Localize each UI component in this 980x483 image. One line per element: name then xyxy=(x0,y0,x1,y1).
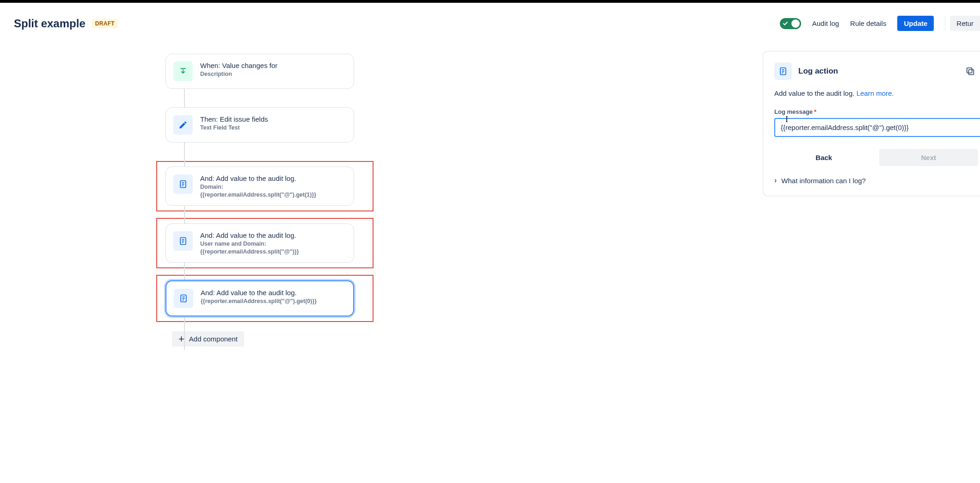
log-icon xyxy=(774,62,792,80)
rule-node-log-2[interactable]: And: Add value to the audit log. User na… xyxy=(165,223,354,263)
log-message-input[interactable] xyxy=(774,118,980,137)
back-button[interactable]: Back xyxy=(774,149,874,166)
toggle-knob xyxy=(791,19,800,28)
panel-button-row: Back Next xyxy=(774,149,980,166)
node-title: And: Add value to the audit log. xyxy=(201,289,317,297)
node-subtitle: Text Field Test xyxy=(200,124,268,131)
panel-description: Add value to the audit log. Learn more. xyxy=(774,89,980,97)
node-title: Then: Edit issue fields xyxy=(200,115,268,123)
node-subtitle: Domain: xyxy=(200,184,316,190)
log-message-label: Log message* xyxy=(774,108,980,115)
node-subtitle-2: {{reporter.emailAddress.split("@")}} xyxy=(200,248,299,255)
rule-node-trigger[interactable]: When: Value changes for Description xyxy=(165,54,354,89)
next-button: Next xyxy=(879,149,979,166)
page-header: Split example DRAFT Audit log Rule detai… xyxy=(0,3,980,44)
status-badge: DRAFT xyxy=(92,19,118,28)
page-root: Split example DRAFT Audit log Rule detai… xyxy=(0,3,980,483)
info-expander[interactable]: › What information can I log? xyxy=(774,176,980,185)
node-subtitle: {{reporter.emailAddress.split("@").get(0… xyxy=(201,298,317,304)
node-title: And: Add value to the audit log. xyxy=(200,174,316,182)
header-left: Split example DRAFT xyxy=(14,17,118,30)
annotation-highlight: And: Add value to the audit log. {{repor… xyxy=(156,275,374,322)
rule-node-log-1[interactable]: And: Add value to the audit log. Domain:… xyxy=(165,167,354,206)
log-icon xyxy=(174,289,193,308)
return-button[interactable]: Retur xyxy=(950,16,980,31)
header-right: Audit log Rule details Update Retur xyxy=(780,16,980,31)
check-icon xyxy=(783,21,788,26)
rule-enabled-toggle[interactable] xyxy=(780,18,801,29)
expander-label: What information can I log? xyxy=(781,177,866,185)
annotation-highlight: And: Add value to the audit log. User na… xyxy=(156,218,374,268)
connector-line xyxy=(184,317,185,350)
update-button[interactable]: Update xyxy=(897,16,934,31)
log-icon xyxy=(173,231,193,251)
node-subtitle: User name and Domain: xyxy=(200,241,299,247)
learn-more-link[interactable]: Learn more. xyxy=(857,89,894,97)
rule-title: Split example xyxy=(14,17,86,30)
trigger-icon xyxy=(173,62,193,81)
audit-log-link[interactable]: Audit log xyxy=(812,19,839,27)
panel-title: Log action xyxy=(798,67,838,76)
log-icon xyxy=(173,174,193,194)
node-title: When: Value changes for xyxy=(200,62,277,69)
annotation-highlight: And: Add value to the audit log. Domain:… xyxy=(156,161,374,211)
add-component-label: Add component xyxy=(189,335,238,343)
edit-icon xyxy=(173,115,193,135)
rule-node-edit-issue[interactable]: Then: Edit issue fields Text Field Test xyxy=(165,107,354,142)
panel-header: Log action xyxy=(774,62,980,80)
header-separator xyxy=(945,17,945,31)
svg-rect-0 xyxy=(180,68,186,69)
rule-details-link[interactable]: Rule details xyxy=(850,19,886,27)
add-component-button[interactable]: + Add component xyxy=(172,331,244,347)
duplicate-icon[interactable] xyxy=(965,66,978,76)
rule-canvas: When: Value changes for Description Then… xyxy=(165,54,360,347)
node-title: And: Add value to the audit log. xyxy=(200,231,299,239)
required-asterisk: * xyxy=(814,108,816,115)
details-panel: Log action Add value to the audit log. L… xyxy=(763,51,980,196)
node-subtitle-2: {{reporter.emailAddress.split("@").get(1… xyxy=(200,192,316,198)
panel-description-text: Add value to the audit log. xyxy=(774,89,857,97)
chevron-right-icon: › xyxy=(774,176,777,185)
svg-rect-18 xyxy=(967,68,972,73)
log-message-field-wrap: I xyxy=(774,118,980,137)
svg-rect-17 xyxy=(968,69,974,74)
rule-node-log-3-selected[interactable]: And: Add value to the audit log. {{repor… xyxy=(165,280,354,316)
field-label-text: Log message xyxy=(774,108,813,115)
node-subtitle: Description xyxy=(200,71,277,77)
